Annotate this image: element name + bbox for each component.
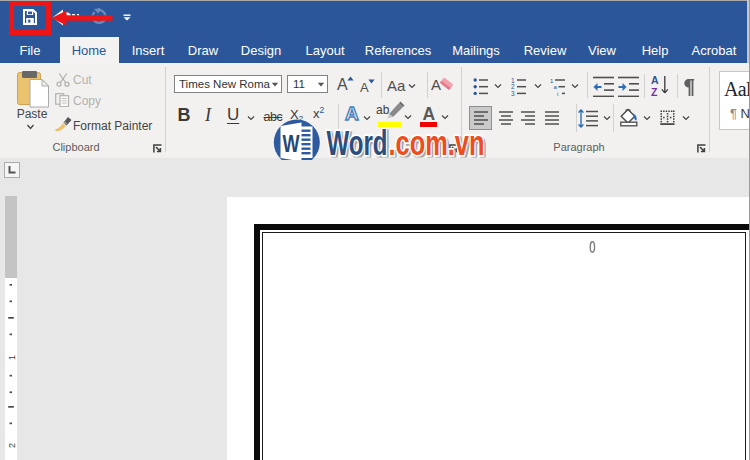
svg-text:i: i: [557, 91, 558, 96]
svg-text:Word: Word: [327, 123, 388, 161]
svg-text:W: W: [283, 130, 300, 157]
svg-text:.com.vn: .com.vn: [389, 123, 485, 161]
svg-text:3: 3: [511, 90, 515, 96]
svg-text:Z: Z: [651, 86, 658, 97]
svg-text:2: 2: [7, 443, 17, 448]
svg-text:1: 1: [550, 78, 554, 84]
svg-text:1: 1: [7, 355, 17, 360]
svg-text:a: a: [554, 84, 558, 90]
svg-text:A: A: [651, 74, 659, 86]
